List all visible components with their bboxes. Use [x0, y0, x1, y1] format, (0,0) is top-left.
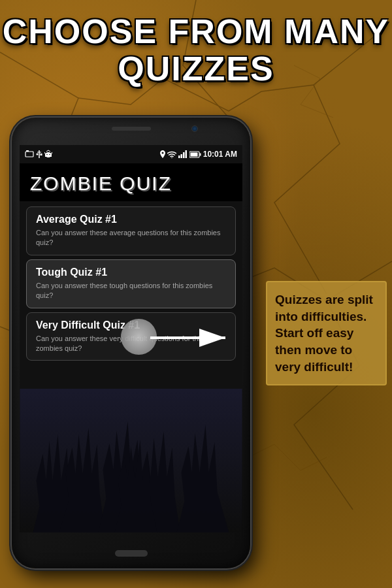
svg-rect-16	[180, 154, 182, 158]
signal-icon	[178, 150, 188, 158]
app-title: ZOMBIE QUIZ	[30, 172, 232, 195]
battery-icon	[189, 151, 201, 158]
svg-rect-1	[25, 152, 33, 157]
android-icon	[44, 150, 52, 159]
svg-rect-2	[26, 150, 29, 152]
phone-home-button[interactable]	[115, 550, 148, 557]
svg-rect-15	[178, 155, 180, 158]
quiz-item-2[interactable]: Tough Quiz #1 Can you answer these tough…	[26, 259, 236, 308]
svg-rect-20	[199, 153, 201, 155]
quiz-title-1: Average Quiz #1	[36, 214, 226, 225]
quiz-desc-2: Can you answer these tough questions for…	[36, 281, 226, 301]
status-bar: 10:01 AM	[20, 145, 242, 163]
quiz-title-2: Tough Quiz #1	[36, 267, 226, 278]
quiz-item-1[interactable]: Average Quiz #1 Can you answer these ave…	[26, 206, 236, 255]
usb-icon	[36, 150, 42, 159]
screenshot-icon	[25, 150, 34, 158]
svg-line-10	[52, 152, 52, 154]
svg-rect-18	[185, 150, 187, 158]
wifi-icon	[167, 151, 176, 158]
status-icons-right: 10:01 AM	[160, 150, 237, 159]
svg-point-11	[46, 154, 48, 155]
svg-line-9	[44, 152, 45, 154]
info-box: Quizzes are split into difficulties. Sta…	[266, 281, 387, 385]
zombie-hands-area	[20, 402, 242, 532]
status-time: 10:01 AM	[203, 150, 237, 159]
phone-speaker	[112, 127, 151, 131]
svg-point-14	[171, 157, 172, 158]
info-text: Quizzes are split into difficulties. Sta…	[275, 291, 378, 375]
title-line2: QUIZZES	[0, 50, 392, 88]
phone-camera	[191, 125, 198, 132]
svg-rect-21	[190, 152, 197, 156]
quiz-desc-1: Can you answer these average questions f…	[36, 228, 226, 248]
status-icons-left	[25, 150, 52, 159]
title-line1: CHOOSE FROM MANY	[0, 13, 392, 50]
zombie-hands-svg	[20, 389, 242, 532]
svg-rect-17	[183, 152, 185, 158]
arrow-indicator	[147, 325, 238, 351]
main-title: CHOOSE FROM MANY QUIZZES	[0, 13, 392, 88]
svg-point-5	[37, 154, 39, 155]
title-area: CHOOSE FROM MANY QUIZZES	[0, 13, 392, 88]
app-header: ZOMBIE QUIZ	[20, 163, 242, 201]
svg-point-13	[161, 152, 163, 154]
svg-rect-6	[41, 154, 42, 155]
svg-rect-8	[45, 154, 52, 157]
location-icon	[160, 150, 165, 158]
svg-point-12	[49, 154, 50, 155]
